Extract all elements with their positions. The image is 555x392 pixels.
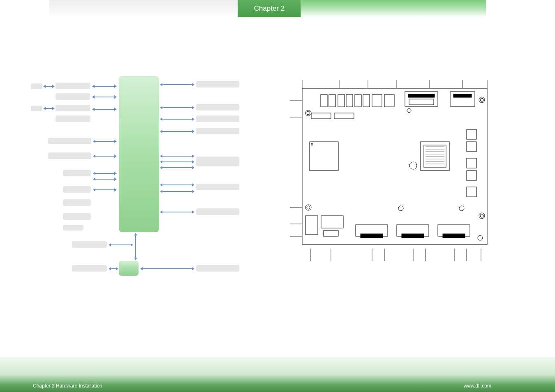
- arrow: [95, 179, 114, 180]
- arrow: [162, 119, 192, 120]
- block-hdmi-conn: [31, 106, 42, 111]
- svg-point-43: [398, 206, 403, 211]
- arrow: [95, 97, 114, 97]
- svg-rect-47: [324, 231, 338, 236]
- page-content: [31, 41, 524, 351]
- arrow: [95, 173, 114, 174]
- block-sata: [196, 128, 239, 134]
- arrow: [162, 156, 192, 157]
- svg-rect-15: [372, 95, 382, 107]
- block-sd: [196, 157, 239, 166]
- svg-rect-41: [467, 171, 476, 180]
- svg-rect-11: [338, 95, 345, 107]
- soc-block: [119, 76, 159, 232]
- block-audio: [196, 208, 239, 215]
- header-bar: Chapter 2: [0, 0, 555, 17]
- svg-rect-25: [311, 143, 313, 145]
- board-svg: [286, 76, 495, 273]
- svg-rect-19: [409, 99, 434, 105]
- arrow: [162, 191, 192, 192]
- block-ddr: [56, 83, 90, 89]
- arrow: [162, 84, 192, 85]
- arrow: [95, 109, 114, 110]
- svg-point-3: [479, 97, 485, 103]
- svg-point-8: [480, 214, 483, 217]
- svg-point-5: [305, 205, 311, 210]
- svg-rect-16: [384, 95, 394, 107]
- arrow: [46, 108, 52, 109]
- svg-rect-12: [346, 95, 353, 107]
- footer-band: Chapter 2 Hardware Installation www.dfi.…: [0, 357, 555, 392]
- arrow: [162, 131, 192, 132]
- block-eth1: [48, 138, 91, 144]
- svg-rect-0: [302, 88, 487, 244]
- header-gradient-right: [301, 0, 486, 17]
- bottom-rj-connectors: [356, 225, 470, 238]
- block-diagram: [31, 76, 261, 290]
- arrow: [135, 235, 136, 258]
- chapter-label: Chapter 2: [254, 5, 285, 13]
- block-usb3: [63, 213, 91, 220]
- arrow: [95, 86, 114, 87]
- svg-rect-22: [311, 113, 331, 119]
- soc-chip: [421, 142, 449, 171]
- svg-point-1: [305, 110, 311, 116]
- svg-point-54: [478, 235, 483, 240]
- footer-url: www.dfi.com: [464, 383, 491, 389]
- block-emmc: [196, 184, 239, 190]
- svg-rect-38: [467, 129, 476, 139]
- block-m2e: [196, 104, 239, 111]
- arrow: [95, 141, 114, 142]
- svg-rect-46: [321, 216, 343, 228]
- footer-chapter-label: Chapter 2 Hardware Installation: [33, 383, 102, 389]
- svg-rect-39: [467, 142, 476, 152]
- block-clock: [196, 265, 239, 272]
- svg-rect-18: [408, 94, 435, 97]
- block-usbhub: [63, 170, 91, 176]
- arrow: [162, 161, 192, 162]
- svg-rect-10: [329, 95, 335, 107]
- arrow: [162, 212, 192, 212]
- svg-rect-53: [443, 234, 465, 238]
- right-edge-connectors: [467, 129, 476, 197]
- svg-rect-21: [453, 94, 472, 97]
- top-connectors: [321, 92, 475, 107]
- arrow: [95, 189, 114, 190]
- arrow: [162, 184, 192, 185]
- arrow: [111, 244, 131, 245]
- block-pcie: [196, 115, 239, 122]
- svg-point-6: [307, 206, 310, 209]
- block-debug: [72, 265, 107, 272]
- svg-rect-40: [467, 158, 476, 168]
- arrow: [162, 107, 192, 108]
- svg-point-4: [480, 98, 483, 101]
- block-lpddr4: [196, 81, 239, 88]
- arrow: [46, 86, 52, 87]
- arrow: [162, 167, 192, 168]
- svg-point-7: [479, 213, 485, 219]
- svg-point-44: [459, 206, 464, 211]
- block-edp: [56, 93, 90, 100]
- svg-rect-13: [355, 95, 361, 107]
- block-hdmi: [56, 105, 90, 111]
- svg-rect-9: [321, 95, 327, 107]
- svg-rect-26: [421, 142, 449, 171]
- mounting-holes: [305, 97, 485, 219]
- svg-point-36: [409, 162, 417, 169]
- svg-rect-51: [402, 234, 424, 238]
- board-layout-figure: [286, 76, 495, 273]
- svg-rect-14: [363, 95, 370, 107]
- svg-rect-20: [450, 92, 475, 106]
- arrow: [111, 268, 116, 269]
- block-ddr-conn: [31, 83, 42, 89]
- pmic-block: [119, 261, 139, 276]
- svg-rect-23: [334, 113, 354, 119]
- block-usb2b: [63, 199, 91, 206]
- svg-point-37: [407, 108, 411, 113]
- bottom-left-connectors: [305, 216, 343, 236]
- block-spiflash: [72, 241, 107, 248]
- svg-rect-45: [305, 216, 318, 235]
- arrow: [95, 156, 114, 157]
- svg-rect-49: [361, 234, 383, 238]
- header-gradient-left: [49, 0, 238, 17]
